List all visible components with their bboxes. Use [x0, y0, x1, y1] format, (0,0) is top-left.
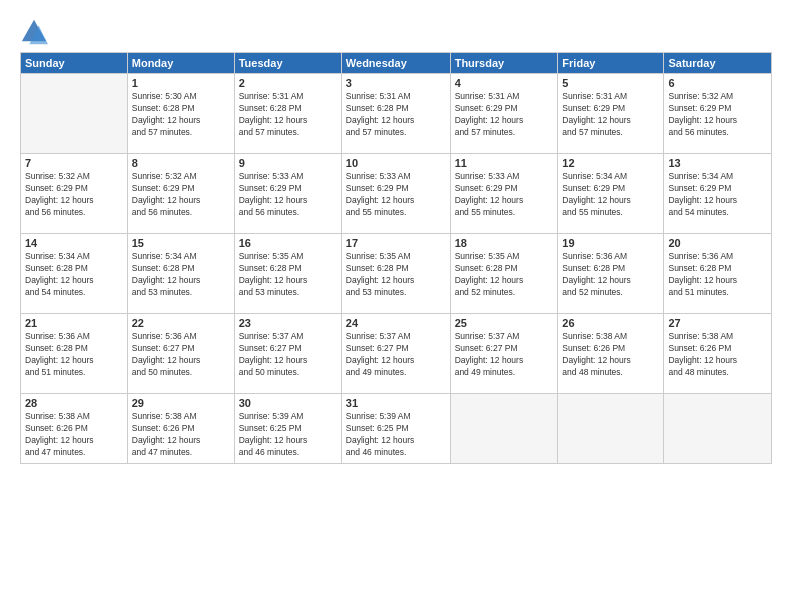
calendar-cell: 3Sunrise: 5:31 AMSunset: 6:28 PMDaylight…	[341, 74, 450, 154]
calendar-header-wednesday: Wednesday	[341, 53, 450, 74]
day-number: 17	[346, 237, 446, 249]
calendar-cell: 26Sunrise: 5:38 AMSunset: 6:26 PMDayligh…	[558, 314, 664, 394]
calendar-cell: 11Sunrise: 5:33 AMSunset: 6:29 PMDayligh…	[450, 154, 558, 234]
calendar-header-saturday: Saturday	[664, 53, 772, 74]
day-number: 26	[562, 317, 659, 329]
calendar-cell: 30Sunrise: 5:39 AMSunset: 6:25 PMDayligh…	[234, 394, 341, 464]
calendar-cell: 19Sunrise: 5:36 AMSunset: 6:28 PMDayligh…	[558, 234, 664, 314]
calendar-cell: 2Sunrise: 5:31 AMSunset: 6:28 PMDaylight…	[234, 74, 341, 154]
day-info: Sunrise: 5:34 AMSunset: 6:29 PMDaylight:…	[668, 171, 767, 219]
day-number: 9	[239, 157, 337, 169]
day-number: 22	[132, 317, 230, 329]
day-number: 12	[562, 157, 659, 169]
day-number: 7	[25, 157, 123, 169]
day-number: 11	[455, 157, 554, 169]
day-number: 30	[239, 397, 337, 409]
logo-icon	[20, 18, 48, 46]
calendar-cell: 7Sunrise: 5:32 AMSunset: 6:29 PMDaylight…	[21, 154, 128, 234]
day-info: Sunrise: 5:34 AMSunset: 6:29 PMDaylight:…	[562, 171, 659, 219]
day-number: 16	[239, 237, 337, 249]
day-number: 18	[455, 237, 554, 249]
calendar-cell	[21, 74, 128, 154]
calendar-cell: 18Sunrise: 5:35 AMSunset: 6:28 PMDayligh…	[450, 234, 558, 314]
day-number: 27	[668, 317, 767, 329]
calendar-cell: 20Sunrise: 5:36 AMSunset: 6:28 PMDayligh…	[664, 234, 772, 314]
day-number: 5	[562, 77, 659, 89]
calendar-cell: 9Sunrise: 5:33 AMSunset: 6:29 PMDaylight…	[234, 154, 341, 234]
calendar-cell	[450, 394, 558, 464]
calendar-week-row-2: 7Sunrise: 5:32 AMSunset: 6:29 PMDaylight…	[21, 154, 772, 234]
calendar-cell: 23Sunrise: 5:37 AMSunset: 6:27 PMDayligh…	[234, 314, 341, 394]
day-info: Sunrise: 5:38 AMSunset: 6:26 PMDaylight:…	[668, 331, 767, 379]
calendar-cell: 17Sunrise: 5:35 AMSunset: 6:28 PMDayligh…	[341, 234, 450, 314]
calendar-week-row-1: 1Sunrise: 5:30 AMSunset: 6:28 PMDaylight…	[21, 74, 772, 154]
day-info: Sunrise: 5:37 AMSunset: 6:27 PMDaylight:…	[239, 331, 337, 379]
calendar-cell: 24Sunrise: 5:37 AMSunset: 6:27 PMDayligh…	[341, 314, 450, 394]
calendar-cell: 5Sunrise: 5:31 AMSunset: 6:29 PMDaylight…	[558, 74, 664, 154]
calendar-cell: 8Sunrise: 5:32 AMSunset: 6:29 PMDaylight…	[127, 154, 234, 234]
day-info: Sunrise: 5:34 AMSunset: 6:28 PMDaylight:…	[132, 251, 230, 299]
day-info: Sunrise: 5:38 AMSunset: 6:26 PMDaylight:…	[132, 411, 230, 459]
calendar-cell: 15Sunrise: 5:34 AMSunset: 6:28 PMDayligh…	[127, 234, 234, 314]
calendar-cell: 12Sunrise: 5:34 AMSunset: 6:29 PMDayligh…	[558, 154, 664, 234]
day-info: Sunrise: 5:31 AMSunset: 6:29 PMDaylight:…	[562, 91, 659, 139]
day-info: Sunrise: 5:33 AMSunset: 6:29 PMDaylight:…	[239, 171, 337, 219]
day-number: 4	[455, 77, 554, 89]
calendar: SundayMondayTuesdayWednesdayThursdayFrid…	[20, 52, 772, 464]
calendar-week-row-3: 14Sunrise: 5:34 AMSunset: 6:28 PMDayligh…	[21, 234, 772, 314]
day-number: 21	[25, 317, 123, 329]
calendar-week-row-4: 21Sunrise: 5:36 AMSunset: 6:28 PMDayligh…	[21, 314, 772, 394]
day-number: 15	[132, 237, 230, 249]
day-info: Sunrise: 5:31 AMSunset: 6:28 PMDaylight:…	[346, 91, 446, 139]
calendar-week-row-5: 28Sunrise: 5:38 AMSunset: 6:26 PMDayligh…	[21, 394, 772, 464]
day-number: 28	[25, 397, 123, 409]
day-number: 24	[346, 317, 446, 329]
day-info: Sunrise: 5:38 AMSunset: 6:26 PMDaylight:…	[562, 331, 659, 379]
day-number: 23	[239, 317, 337, 329]
calendar-header-friday: Friday	[558, 53, 664, 74]
day-info: Sunrise: 5:39 AMSunset: 6:25 PMDaylight:…	[239, 411, 337, 459]
calendar-cell	[664, 394, 772, 464]
day-info: Sunrise: 5:36 AMSunset: 6:27 PMDaylight:…	[132, 331, 230, 379]
page: SundayMondayTuesdayWednesdayThursdayFrid…	[0, 0, 792, 612]
day-info: Sunrise: 5:32 AMSunset: 6:29 PMDaylight:…	[668, 91, 767, 139]
day-number: 6	[668, 77, 767, 89]
day-number: 1	[132, 77, 230, 89]
calendar-cell: 14Sunrise: 5:34 AMSunset: 6:28 PMDayligh…	[21, 234, 128, 314]
calendar-cell: 31Sunrise: 5:39 AMSunset: 6:25 PMDayligh…	[341, 394, 450, 464]
day-number: 14	[25, 237, 123, 249]
day-number: 20	[668, 237, 767, 249]
calendar-header-row: SundayMondayTuesdayWednesdayThursdayFrid…	[21, 53, 772, 74]
day-info: Sunrise: 5:31 AMSunset: 6:29 PMDaylight:…	[455, 91, 554, 139]
day-info: Sunrise: 5:34 AMSunset: 6:28 PMDaylight:…	[25, 251, 123, 299]
header	[20, 18, 772, 46]
day-info: Sunrise: 5:37 AMSunset: 6:27 PMDaylight:…	[346, 331, 446, 379]
day-info: Sunrise: 5:38 AMSunset: 6:26 PMDaylight:…	[25, 411, 123, 459]
day-number: 2	[239, 77, 337, 89]
day-info: Sunrise: 5:35 AMSunset: 6:28 PMDaylight:…	[239, 251, 337, 299]
day-number: 8	[132, 157, 230, 169]
calendar-header-sunday: Sunday	[21, 53, 128, 74]
day-number: 3	[346, 77, 446, 89]
calendar-header-tuesday: Tuesday	[234, 53, 341, 74]
day-info: Sunrise: 5:32 AMSunset: 6:29 PMDaylight:…	[132, 171, 230, 219]
calendar-cell: 22Sunrise: 5:36 AMSunset: 6:27 PMDayligh…	[127, 314, 234, 394]
calendar-cell: 29Sunrise: 5:38 AMSunset: 6:26 PMDayligh…	[127, 394, 234, 464]
day-info: Sunrise: 5:35 AMSunset: 6:28 PMDaylight:…	[455, 251, 554, 299]
calendar-cell: 6Sunrise: 5:32 AMSunset: 6:29 PMDaylight…	[664, 74, 772, 154]
day-info: Sunrise: 5:30 AMSunset: 6:28 PMDaylight:…	[132, 91, 230, 139]
day-info: Sunrise: 5:36 AMSunset: 6:28 PMDaylight:…	[25, 331, 123, 379]
calendar-cell	[558, 394, 664, 464]
day-number: 29	[132, 397, 230, 409]
day-number: 13	[668, 157, 767, 169]
day-info: Sunrise: 5:32 AMSunset: 6:29 PMDaylight:…	[25, 171, 123, 219]
day-info: Sunrise: 5:33 AMSunset: 6:29 PMDaylight:…	[455, 171, 554, 219]
calendar-cell: 25Sunrise: 5:37 AMSunset: 6:27 PMDayligh…	[450, 314, 558, 394]
logo	[20, 18, 52, 46]
day-info: Sunrise: 5:39 AMSunset: 6:25 PMDaylight:…	[346, 411, 446, 459]
calendar-header-thursday: Thursday	[450, 53, 558, 74]
day-info: Sunrise: 5:36 AMSunset: 6:28 PMDaylight:…	[668, 251, 767, 299]
calendar-cell: 10Sunrise: 5:33 AMSunset: 6:29 PMDayligh…	[341, 154, 450, 234]
day-info: Sunrise: 5:36 AMSunset: 6:28 PMDaylight:…	[562, 251, 659, 299]
day-number: 10	[346, 157, 446, 169]
